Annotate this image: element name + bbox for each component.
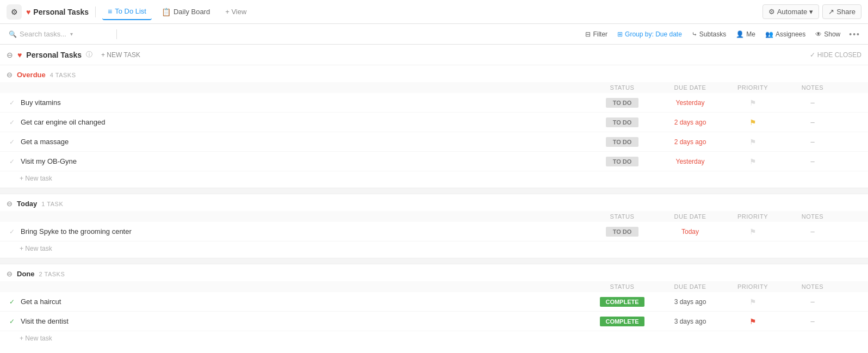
task-name-2[interactable]: Get car engine oil changed [17,118,590,126]
automate-chevron: ▾ [809,8,813,16]
overdue-title: Overdue [17,71,46,79]
share-icon: ↗ [828,8,834,16]
task-check-4[interactable]: ✓ [7,158,17,165]
priority-flag-5[interactable]: ⚑ [749,227,757,236]
done-new-task[interactable]: + New task [0,331,868,348]
col-status-header-done: STATUS [590,283,655,290]
task-check-5[interactable]: ✓ [7,228,17,236]
table-row: ✓ Get a haircut COMPLETE 3 days ago ⚑ – [0,292,868,312]
task-status-6: COMPLETE [590,297,655,307]
table-row: ✓ Get a massage TO DO 2 days ago ⚑ – [0,132,868,152]
overdue-section-header: ⊖ Overdue 4 TASKS [0,65,868,82]
status-badge-3[interactable]: TO DO [606,137,638,147]
overdue-toggle[interactable]: ⊖ [7,71,13,79]
done-title: Done [17,270,35,278]
priority-flag-2[interactable]: ⚑ [749,118,757,127]
assignees-icon: 👥 [765,30,773,38]
share-button[interactable]: ↗ Share [822,4,861,19]
col-priority-header-done: PRIORITY [726,283,780,290]
automate-button[interactable]: ⚙ Automate ▾ [762,4,820,19]
task-name-6[interactable]: Get a haircut [17,298,590,306]
toolbar-right: ⊟ Filter ⊞ Group by: Due date ⤷ Subtasks… [581,28,864,41]
filter-button[interactable]: ⊟ Filter [581,28,612,40]
task-check-2[interactable]: ✓ [7,119,17,126]
search-input[interactable]: Search tasks... [20,30,66,38]
more-options-button[interactable]: ••• [846,28,864,41]
tab-daily[interactable]: 📋 Daily Board [156,4,215,20]
col-notes-header-done: NOTES [780,283,845,290]
priority-flag-1[interactable]: ⚑ [749,98,757,107]
task-priority-7: ⚑ [726,317,780,326]
today-toggle[interactable]: ⊖ [7,200,13,208]
status-badge-5[interactable]: TO DO [606,227,638,237]
today-col-headers: STATUS DUE DATE PRIORITY NOTES [0,211,868,222]
show-button[interactable]: 👁 Show [811,28,845,40]
status-badge-6[interactable]: COMPLETE [600,297,644,307]
add-view-btn[interactable]: + View [220,4,252,19]
task-notes-5: – [780,227,845,236]
table-row: ✓ Buy vitamins TO DO Yesterday ⚑ – [0,93,868,113]
task-check-6[interactable]: ✓ [7,298,17,306]
priority-flag-6[interactable]: ⚑ [749,298,757,306]
assignees-label: Assignees [776,30,805,38]
main-content: ⊖ ♥ Personal Tasks ⓘ + NEW TASK ✓ HIDE C… [0,45,868,353]
task-name-1[interactable]: Buy vitamins [17,98,590,107]
section-divider-1 [0,188,868,194]
subtasks-icon: ⤷ [692,30,697,38]
col-due-header-done: DUE DATE [655,283,726,290]
task-priority-6: ⚑ [726,298,780,306]
automate-label: Automate [777,8,808,16]
status-badge-7[interactable]: COMPLETE [600,317,644,326]
today-new-task[interactable]: + New task [0,241,868,258]
task-due-4: Yesterday [655,158,726,165]
nav-divider [95,7,96,17]
task-notes-7: – [780,317,845,325]
search-box[interactable]: 🔍 Search tasks... ▾ [4,28,113,40]
toolbar: 🔍 Search tasks... ▾ ⊟ Filter ⊞ Group by:… [0,24,868,45]
group-by-label: Group by: Due date [625,30,682,38]
done-toggle[interactable]: ⊖ [7,270,13,278]
task-check-1[interactable]: ✓ [7,99,17,107]
task-name-5[interactable]: Bring Spyke to the grooming center [17,227,590,236]
status-badge-2[interactable]: TO DO [606,117,638,127]
me-button[interactable]: 👤 Me [731,28,760,40]
task-due-6: 3 days ago [655,298,726,306]
list-collapse-btn[interactable]: ⊖ [7,51,13,59]
list-header: ⊖ ♥ Personal Tasks ⓘ + NEW TASK ✓ HIDE C… [0,45,868,65]
task-status-7: COMPLETE [590,317,655,326]
overdue-new-task[interactable]: + New task [0,171,868,188]
group-by-button[interactable]: ⊞ Group by: Due date [613,28,686,40]
priority-flag-3[interactable]: ⚑ [749,138,757,146]
tab-todo[interactable]: ≡ To Do List [102,4,152,20]
task-due-1: Yesterday [655,99,726,107]
me-label: Me [746,30,755,38]
done-section-header: ⊖ Done 2 TASKS [0,264,868,281]
table-row: ✓ Get car engine oil changed TO DO 2 day… [0,113,868,132]
status-badge-1[interactable]: TO DO [606,98,638,108]
today-section: ⊖ Today 1 TASK STATUS DUE DATE PRIORITY … [0,194,868,258]
task-check-7[interactable]: ✓ [7,318,17,325]
new-task-button[interactable]: + NEW TASK [101,51,140,59]
hide-closed-button[interactable]: ✓ HIDE CLOSED [810,51,861,59]
show-icon: 👁 [815,30,822,38]
task-name-3[interactable]: Get a massage [17,138,590,146]
priority-flag-4[interactable]: ⚑ [749,157,757,166]
priority-flag-7[interactable]: ⚑ [749,317,757,326]
hide-closed-label: ✓ HIDE CLOSED [810,51,861,59]
task-name-7[interactable]: Visit the dentist [17,317,590,325]
status-badge-4[interactable]: TO DO [606,157,638,166]
task-due-7: 3 days ago [655,318,726,325]
col-due-header-today: DUE DATE [655,213,726,220]
toolbar-divider [116,29,117,39]
task-name-4[interactable]: Visit my OB-Gyne [17,157,590,165]
col-status-header: STATUS [590,84,655,91]
tab-daily-label: Daily Board [173,8,210,16]
subtasks-label: Subtasks [699,30,726,38]
assignees-button[interactable]: 👥 Assignees [761,28,810,40]
task-check-3[interactable]: ✓ [7,138,17,146]
task-notes-6: – [780,298,845,306]
tab-todo-label: To Do List [115,7,146,15]
col-priority-header-today: PRIORITY [726,213,780,220]
col-status-header-today: STATUS [590,213,655,220]
subtasks-button[interactable]: ⤷ Subtasks [687,28,730,40]
